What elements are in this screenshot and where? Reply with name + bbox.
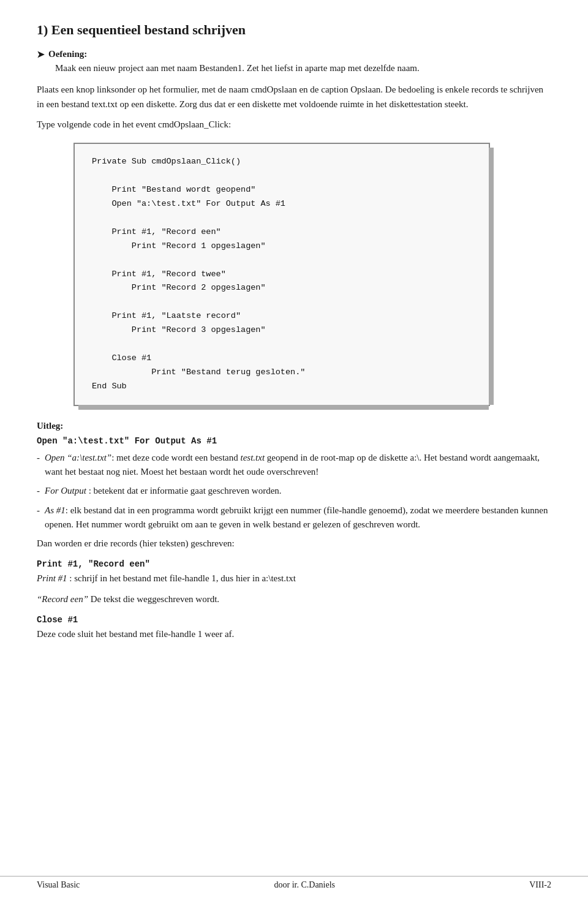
uitleg-item-for-output: - For Output : betekent dat er informati… (37, 484, 551, 498)
code-line-print2a: Print #1, "Record twee" (92, 268, 472, 282)
uitleg-item-as1-text: As #1: elk bestand dat in een programma … (45, 503, 551, 532)
code-line-close: Close #1 (92, 352, 472, 366)
code-line-open: Open "a:\test.txt" For Output As #1 (92, 197, 472, 211)
code-line-print-bestand: Print "Bestand wordt geopend" (92, 183, 472, 197)
footer-right: VIII-2 (529, 880, 551, 890)
footer-center: door ir. C.Daniels (274, 880, 336, 890)
uitleg-item-as1: - As #1: elk bestand dat in een programm… (37, 503, 551, 532)
code-block: Private Sub cmdOpslaan_Click() Print "Be… (74, 143, 490, 406)
open-code-label: Open "a:\test.txt" For Output As #1 (37, 436, 551, 446)
code-line-print-gesloten: Print "Bestand terug gesloten." (92, 366, 472, 380)
oefening-label: ➤ Oefening: (37, 49, 551, 60)
oefening-heading: Oefening: (48, 49, 87, 59)
uitleg-title: Uitleg: (37, 421, 551, 431)
print-code-label: Print #1, "Record een" (37, 559, 551, 569)
code-line-1: Private Sub cmdOpslaan_Click() (92, 155, 472, 169)
page-title: 1) Een sequentieel bestand schrijven (37, 22, 551, 38)
code-line-print3b: Print "Record 3 opgeslagen" (92, 323, 472, 337)
code-spacer-1 (92, 169, 472, 183)
arrow-bullet: ➤ (37, 49, 45, 60)
uitleg-item-open: - Open “a:\test.txt”: met deze code word… (37, 451, 551, 480)
page-content: 1) Een sequentieel bestand schrijven ➤ O… (0, 0, 588, 696)
close-code-label: Close #1 (37, 615, 551, 625)
code-line-print1a: Print #1, "Record een" (92, 225, 472, 239)
for-output-italic: For Output (45, 486, 86, 496)
test-txt-italic: test.txt (241, 453, 265, 462)
record-een-text: “Record een” De tekst die weggeschreven … (37, 592, 551, 606)
code-spacer-5 (92, 337, 472, 352)
type-instruction: Type volgende code in het event cmdOpsla… (37, 118, 551, 132)
page-footer: Visual Basic door ir. C.Daniels VIII-2 (0, 876, 588, 890)
oefening-text: Maak een nieuw project aan met naam Best… (55, 61, 551, 75)
open-italic: Open “a:\test.txt” (45, 453, 111, 462)
dash-2: - (37, 484, 40, 498)
code-line-print2b: Print "Record 2 opgeslagen" (92, 281, 472, 295)
as1-italic: As #1 (45, 505, 66, 515)
print-uitleg-text: Print #1 : schrijf in het bestand met fi… (37, 571, 551, 586)
dash-3: - (37, 503, 40, 532)
code-spacer-4 (92, 295, 472, 309)
code-line-end-sub: End Sub (92, 380, 472, 394)
dash-1: - (37, 451, 40, 480)
oefening-block: ➤ Oefening: Maak een nieuw project aan m… (37, 49, 551, 75)
uitleg-section: Uitleg: Open "a:\test.txt" For Output As… (37, 421, 551, 641)
code-line-print3a: Print #1, "Laatste record" (92, 309, 472, 323)
record-een-italic: “Record een” (37, 594, 88, 604)
dan-worden-text: Dan worden er drie records (hier teksten… (37, 537, 551, 551)
close-uitleg-text: Deze code sluit het bestand met file-han… (37, 627, 551, 641)
uitleg-item-for-output-text: For Output : betekent dat er informatie … (45, 484, 551, 498)
code-line-print1b: Print "Record 1 opgeslagen" (92, 239, 472, 254)
print1-italic: Print #1 (37, 573, 67, 583)
code-spacer-3 (92, 254, 472, 268)
footer-left: Visual Basic (37, 880, 80, 890)
uitleg-item-open-text: Open “a:\test.txt”: met deze code wordt … (45, 451, 551, 480)
intro-paragraph: Plaats een knop linksonder op het formul… (37, 83, 551, 111)
code-spacer-2 (92, 211, 472, 225)
